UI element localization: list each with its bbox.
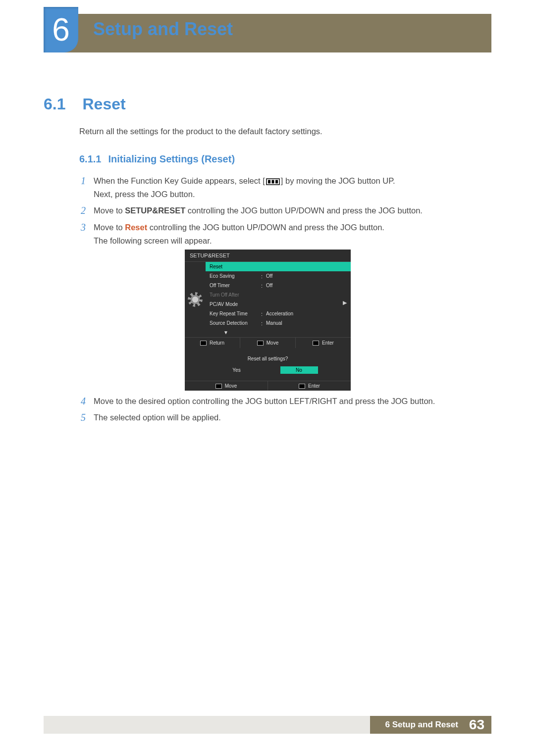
step-text: Move to — [94, 206, 125, 215]
osd-header: SETUP&RESET — [185, 250, 351, 262]
chevron-right-icon: ▶ — [343, 300, 347, 306]
step-text: The selected option will be applied. — [94, 411, 489, 424]
chapter-title: Setup and Reset — [93, 19, 233, 40]
osd-item-off-timer[interactable]: Off Timer : Off — [206, 281, 351, 290]
enter-icon — [313, 341, 319, 346]
step-3: 3 Move to Reset controlling the JOG butt… — [81, 221, 489, 248]
osd-item-label: Key Repeat Time — [210, 311, 261, 316]
osd-footer-move[interactable]: Move — [240, 338, 296, 348]
step-number: 3 — [81, 221, 94, 248]
svg-rect-2 — [271, 180, 274, 183]
dialog-no-button[interactable]: No — [280, 366, 318, 374]
move-icon — [257, 341, 264, 346]
reset-dialog: Reset all settings? Yes No Move Enter — [185, 348, 351, 391]
osd-menu: SETUP&RESET Reset Eco Saving : Off Off T… — [185, 250, 351, 348]
osd-item-value: Acceleration — [266, 311, 347, 316]
step-text: When the Function Key Guide appears, sel… — [94, 176, 263, 185]
gear-icon — [189, 294, 201, 305]
dialog-footer-label: Enter — [308, 383, 320, 389]
subsection-number: 6.1.1 — [79, 153, 101, 164]
step-text: Move to the desired option controlling t… — [94, 395, 489, 408]
step-text: controlling the JOG button UP/DOWN and p… — [185, 206, 423, 215]
step-highlight: Reset — [125, 223, 147, 232]
dialog-footer-label: Move — [225, 383, 237, 389]
subsection-title: Initializing Settings (Reset) — [108, 153, 235, 164]
section-title: Reset — [82, 95, 125, 113]
footer-spacer — [44, 716, 370, 734]
enter-icon — [299, 384, 305, 389]
osd-footer-enter[interactable]: Enter — [296, 338, 351, 348]
chapter-tab: 6 — [44, 7, 78, 52]
move-icon — [215, 384, 222, 389]
step-text: Move to — [94, 223, 125, 232]
dialog-footer-move[interactable]: Move — [185, 381, 268, 391]
footer-chapter-label: 6 Setup and Reset — [370, 716, 466, 734]
osd-list: Reset Eco Saving : Off Off Timer : Off T… — [206, 262, 351, 337]
osd-item-label: Turn Off After — [210, 292, 261, 298]
page-footer: 6 Setup and Reset 63 — [44, 716, 491, 734]
steps-lower: 4 Move to the desired option controlling… — [81, 395, 489, 427]
osd-footer: Return Move Enter — [185, 337, 351, 348]
step-text: by moving the JOG button UP. — [283, 176, 395, 185]
step-number: 5 — [81, 411, 94, 424]
osd-footer-label: Return — [210, 340, 224, 346]
chapter-number: 6 — [52, 14, 70, 46]
section-heading: 6.1 Reset — [44, 95, 126, 113]
osd-colon: : — [261, 311, 266, 317]
step-4: 4 Move to the desired option controlling… — [81, 395, 489, 408]
step-number: 1 — [81, 174, 94, 201]
osd-item-source-detection[interactable]: Source Detection : Manual — [206, 318, 351, 328]
osd-item-eco-saving[interactable]: Eco Saving : Off — [206, 271, 351, 281]
osd-footer-return[interactable]: Return — [185, 338, 240, 348]
subsection-heading: 6.1.1Initializing Settings (Reset) — [79, 153, 235, 165]
step-text: Next, press the JOG button. — [94, 188, 489, 201]
osd-scroll-down[interactable]: ▼ — [206, 328, 351, 337]
osd-footer-label: Enter — [322, 340, 334, 346]
osd-item-value: Off — [266, 283, 347, 288]
osd-sidebar — [185, 262, 206, 337]
steps-upper: 1 When the Function Key Guide appears, s… — [81, 174, 489, 251]
osd-item-key-repeat-time[interactable]: Key Repeat Time : Acceleration — [206, 309, 351, 318]
dialog-footer: Move Enter — [185, 381, 351, 391]
dialog-footer-enter[interactable]: Enter — [268, 381, 351, 391]
dialog-buttons: Yes No — [185, 366, 351, 381]
dialog-question: Reset all settings? — [185, 348, 351, 366]
footer-page-number: 63 — [466, 716, 491, 734]
return-icon — [200, 341, 207, 346]
osd-item-label: PC/AV Mode — [210, 302, 261, 307]
step-text: The following screen will appear. — [94, 234, 489, 248]
svg-rect-3 — [275, 180, 278, 183]
osd-item-label: Reset — [210, 264, 261, 269]
menu-icon — [266, 178, 280, 185]
step-text: controlling the JOG button UP/DOWN and p… — [147, 223, 384, 232]
step-number: 2 — [81, 204, 94, 217]
section-number: 6.1 — [44, 95, 65, 113]
step-bold: SETUP&RESET — [125, 206, 185, 215]
dialog-yes-button[interactable]: Yes — [218, 366, 256, 374]
step-1: 1 When the Function Key Guide appears, s… — [81, 174, 489, 201]
osd-item-reset[interactable]: Reset — [206, 262, 351, 271]
osd-item-label: Source Detection — [210, 320, 261, 326]
section-intro: Return all the settings for the product … — [79, 127, 322, 136]
step-number: 4 — [81, 395, 94, 408]
step-2: 2 Move to SETUP&RESET controlling the JO… — [81, 204, 489, 217]
osd-item-label: Off Timer — [210, 283, 261, 288]
step-5: 5 The selected option will be applied. — [81, 411, 489, 424]
osd-item-value: Off — [266, 273, 347, 279]
osd-colon: : — [261, 283, 266, 289]
osd-colon: : — [261, 320, 266, 326]
osd-item-value: Manual — [266, 320, 347, 326]
osd-item-pc-av-mode[interactable]: PC/AV Mode — [206, 300, 351, 309]
osd-item-label: Eco Saving — [210, 273, 261, 279]
osd-colon: : — [261, 273, 266, 279]
osd-footer-label: Move — [267, 340, 278, 346]
svg-rect-1 — [268, 180, 270, 183]
osd-item-turn-off-after: Turn Off After — [206, 290, 351, 300]
